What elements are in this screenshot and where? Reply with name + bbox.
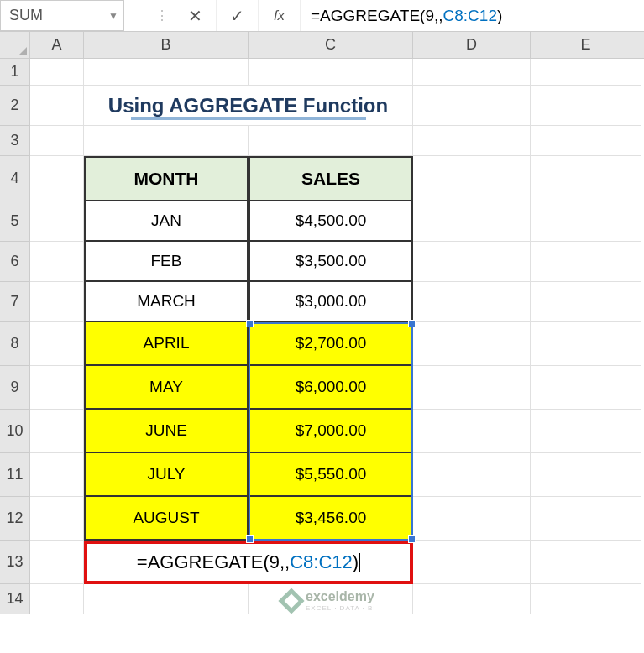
cell[interactable] bbox=[413, 410, 531, 453]
cell[interactable] bbox=[413, 282, 531, 322]
cell[interactable] bbox=[531, 541, 641, 584]
page-title: Using AGGREGATE Function bbox=[108, 94, 388, 118]
formula-commas: ,, bbox=[434, 7, 443, 25]
cell[interactable] bbox=[84, 59, 249, 86]
row-header-12[interactable]: 12 bbox=[0, 497, 30, 541]
cell[interactable] bbox=[531, 156, 641, 201]
fx-icon[interactable]: fx bbox=[259, 0, 301, 31]
cell[interactable] bbox=[30, 541, 84, 584]
cell[interactable] bbox=[30, 126, 84, 156]
select-all-button[interactable] bbox=[0, 32, 30, 58]
cell-month[interactable]: APRIL bbox=[84, 322, 249, 366]
cell[interactable] bbox=[413, 541, 531, 584]
cell[interactable] bbox=[531, 282, 641, 322]
cell[interactable] bbox=[413, 322, 531, 366]
cell[interactable] bbox=[30, 201, 84, 242]
cell[interactable] bbox=[531, 497, 641, 541]
cell[interactable] bbox=[531, 126, 641, 156]
cell[interactable] bbox=[30, 584, 84, 614]
cell[interactable] bbox=[531, 201, 641, 242]
cell-sales[interactable]: $6,000.00 bbox=[249, 366, 413, 410]
cell-sales[interactable]: $3,000.00 bbox=[249, 282, 413, 322]
cell[interactable] bbox=[30, 59, 84, 86]
enter-button[interactable]: ✓ bbox=[217, 0, 259, 31]
cell-month[interactable]: AUGUST bbox=[84, 497, 249, 541]
cell[interactable] bbox=[84, 126, 249, 156]
cell-sales[interactable]: $5,550.00 bbox=[249, 453, 413, 497]
cancel-button[interactable]: ✕ bbox=[175, 0, 217, 31]
cell[interactable] bbox=[413, 584, 531, 614]
name-box-dropdown-icon[interactable]: ▼ bbox=[108, 10, 118, 22]
cell[interactable] bbox=[531, 410, 641, 453]
cell[interactable] bbox=[30, 242, 84, 282]
cell[interactable] bbox=[413, 86, 531, 126]
title-underline bbox=[131, 117, 366, 120]
col-header-C[interactable]: C bbox=[249, 32, 413, 58]
row-header-2[interactable]: 2 bbox=[0, 86, 30, 126]
cell[interactable] bbox=[531, 322, 641, 366]
formula-ref: C8:C12 bbox=[443, 7, 497, 25]
cell[interactable] bbox=[531, 366, 641, 410]
cell-sales[interactable]: $7,000.00 bbox=[249, 410, 413, 453]
cell[interactable] bbox=[249, 126, 413, 156]
cell[interactable] bbox=[413, 201, 531, 242]
cell[interactable] bbox=[30, 453, 84, 497]
cell[interactable] bbox=[413, 453, 531, 497]
cell[interactable] bbox=[531, 86, 641, 126]
row-header-3[interactable]: 3 bbox=[0, 126, 30, 156]
col-header-D[interactable]: D bbox=[413, 32, 531, 58]
row-header-1[interactable]: 1 bbox=[0, 59, 30, 86]
cell[interactable] bbox=[249, 59, 413, 86]
cell[interactable] bbox=[30, 497, 84, 541]
cell[interactable] bbox=[531, 584, 641, 614]
row-header-6[interactable]: 6 bbox=[0, 242, 30, 282]
formula-editing-cell[interactable]: =AGGREGATE(9,,C8:C12) bbox=[84, 541, 413, 584]
cell-month[interactable]: FEB bbox=[84, 242, 249, 282]
cell[interactable] bbox=[413, 156, 531, 201]
grid-row: Using AGGREGATE Function bbox=[30, 86, 644, 126]
cell[interactable] bbox=[413, 497, 531, 541]
formula-input[interactable]: =AGGREGATE(9,,C8:C12) bbox=[301, 0, 644, 31]
cell[interactable] bbox=[531, 453, 641, 497]
cell[interactable] bbox=[30, 156, 84, 201]
name-box-value: SUM bbox=[9, 7, 43, 24]
cell[interactable] bbox=[413, 126, 531, 156]
cell-month[interactable]: MARCH bbox=[84, 282, 249, 322]
cell[interactable] bbox=[30, 322, 84, 366]
row-header-14[interactable]: 14 bbox=[0, 584, 30, 614]
cell-sales[interactable]: $3,456.00 bbox=[249, 497, 413, 541]
cell[interactable] bbox=[413, 242, 531, 282]
cell[interactable] bbox=[30, 410, 84, 453]
cell[interactable] bbox=[249, 584, 413, 614]
cell[interactable] bbox=[84, 584, 249, 614]
col-header-E[interactable]: E bbox=[531, 32, 641, 58]
col-header-B[interactable]: B bbox=[84, 32, 249, 58]
cell-sales[interactable]: $4,500.00 bbox=[249, 201, 413, 242]
row-header-8[interactable]: 8 bbox=[0, 322, 30, 366]
row-header-11[interactable]: 11 bbox=[0, 453, 30, 497]
cell[interactable] bbox=[531, 59, 641, 86]
row-header-13[interactable]: 13 bbox=[0, 541, 30, 584]
row-header-9[interactable]: 9 bbox=[0, 366, 30, 410]
cell[interactable] bbox=[30, 366, 84, 410]
col-header-A[interactable]: A bbox=[30, 32, 84, 58]
cell-month[interactable]: JAN bbox=[84, 201, 249, 242]
cell-sales[interactable]: $3,500.00 bbox=[249, 242, 413, 282]
row-header-4[interactable]: 4 bbox=[0, 156, 30, 201]
cell-month[interactable]: JUNE bbox=[84, 410, 249, 453]
cell[interactable] bbox=[30, 282, 84, 322]
table-header-sales[interactable]: SALES bbox=[249, 156, 413, 201]
cell[interactable] bbox=[413, 59, 531, 86]
cell[interactable] bbox=[531, 242, 641, 282]
cell[interactable] bbox=[413, 366, 531, 410]
row-header-7[interactable]: 7 bbox=[0, 282, 30, 322]
table-header-month[interactable]: MONTH bbox=[84, 156, 249, 201]
cell-month[interactable]: MAY bbox=[84, 366, 249, 410]
cell[interactable] bbox=[30, 86, 84, 126]
row-header-5[interactable]: 5 bbox=[0, 201, 30, 242]
name-box[interactable]: SUM ▼ bbox=[0, 0, 124, 31]
cell-sales[interactable]: $2,700.00 bbox=[249, 322, 413, 366]
cell-month[interactable]: JULY bbox=[84, 453, 249, 497]
row-header-10[interactable]: 10 bbox=[0, 410, 30, 453]
title-cell[interactable]: Using AGGREGATE Function bbox=[84, 86, 413, 126]
